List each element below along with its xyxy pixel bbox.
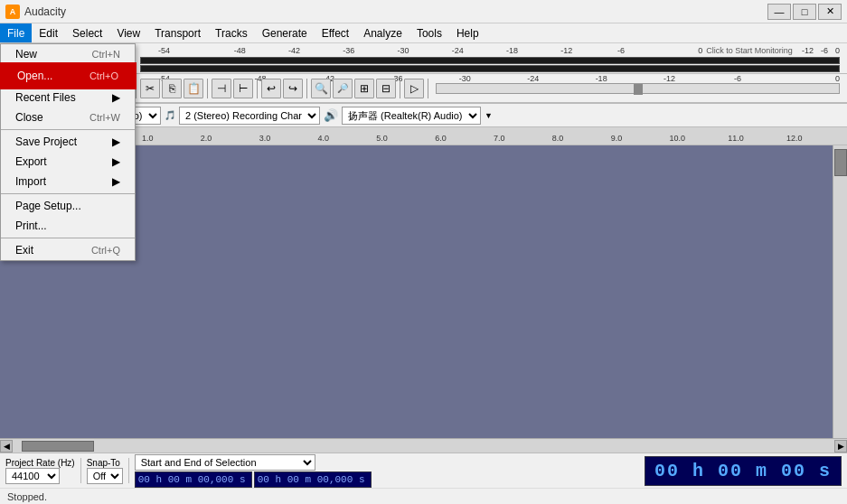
h-scroll-track [13,440,834,453]
file-dropdown: New Ctrl+N Open... Ctrl+O Recent Files ▶… [0,43,136,261]
channel-select[interactable]: 2 (Stereo) Recording Char [179,107,320,125]
menu-item-effect[interactable]: Effect [315,23,356,42]
dropdown-arrow-output: ▼ [485,111,493,120]
menu-item-select[interactable]: Select [65,23,109,42]
vertical-scrollbar[interactable] [833,145,847,438]
recording-meters[interactable] [140,57,840,72]
horizontal-scrollbar[interactable]: ◀ ▶ [0,438,847,453]
status-bar: Project Rate (Hz) 44100 Snap-To Off [0,453,847,504]
menu-item-file[interactable]: File [0,23,32,42]
meter-bar-r [140,65,840,72]
menu-close[interactable]: Close Ctrl+W [1,107,135,127]
zoom-out-button[interactable]: 🔎 [333,79,353,98]
play-at-speed-button[interactable]: ▷ [404,79,424,98]
snap-to-group: Snap-To Off [87,458,123,484]
separator-tools [136,79,136,98]
app-icon: A [5,5,20,19]
menu-item-tracks[interactable]: Tracks [208,23,255,42]
selection-type-select[interactable]: Start and End of Selection [135,454,315,471]
separator-playback-zoom [400,79,400,98]
h-scroll-right[interactable]: ▶ [834,440,847,453]
h-scroll-thumb [22,441,94,452]
project-rate-label: Project Rate (Hz) [5,458,75,468]
zoom-in-button[interactable]: 🔍 [311,79,331,98]
separator-1 [1,129,135,130]
menu-item-view[interactable]: View [109,23,147,42]
channel-icon: 🎵 [165,110,175,120]
menu-save-project[interactable]: Save Project ▶ [1,132,135,152]
undo-button[interactable]: ↩ [261,79,281,98]
snap-to-label: Snap-To [87,458,120,468]
separator-zoom [257,79,258,98]
app-title: Audacity [24,5,66,18]
meter-area: -54 -48 -42 -36 -30 -24 -18 -12 -6 0 Cli… [136,46,843,83]
stopped-status: Stopped. [0,488,847,504]
project-rate-select[interactable]: 44100 [5,468,60,484]
menu-item-transport[interactable]: Transport [147,23,208,42]
ruler-marks: 1.0 2.0 3.0 4.0 5.0 6.0 7.0 8.0 9.0 10.0… [142,134,845,143]
menu-item-tools[interactable]: Tools [409,23,449,42]
minimize-button[interactable]: — [767,4,791,20]
menu-recent-files[interactable]: Recent Files ▶ [1,88,135,107]
meter-bar-l [140,57,840,64]
status-sep-1 [80,458,81,483]
app-window: A Audacity — □ ✕ File Edit Select View T… [0,0,847,504]
separator-undo [306,79,307,98]
menu-new[interactable]: New Ctrl+N [1,44,135,64]
title-left: A Audacity [5,5,66,19]
project-rate-group: Project Rate (Hz) 44100 [5,458,75,484]
speaker-icon: 🔊 [324,108,338,122]
selection-start-time[interactable]: 00 h 00 m 00,000 s [135,471,252,488]
redo-button[interactable]: ↪ [283,79,303,98]
menu-bar: File Edit Select View Transport Tracks G… [0,23,847,43]
zoom-fit-track-button[interactable]: ⊟ [376,79,396,98]
menu-page-setup[interactable]: Page Setup... [1,196,135,216]
selection-times: 00 h 00 m 00,000 s 00 h 00 m 00,000 s [135,471,639,488]
separator-2 [1,193,135,194]
menu-item-analyze[interactable]: Analyze [356,23,409,42]
paste-button[interactable]: 📋 [184,79,203,98]
menu-item-edit[interactable]: Edit [32,23,65,42]
big-time-display: 00 h 00 m 00 s [645,456,842,486]
selection-group: Start and End of Selection 00 h 00 m 00,… [135,454,639,488]
copy-button[interactable]: ⎘ [162,79,182,98]
separator-3 [1,238,135,238]
zoom-fit-project-button[interactable]: ⊞ [354,79,374,98]
window-controls: — □ ✕ [767,4,842,20]
speed-slider-thumb [634,84,643,95]
menu-open[interactable]: Open... Ctrl+O [1,64,135,88]
menu-import[interactable]: Import ▶ [1,172,135,191]
menu-print[interactable]: Print... [1,216,135,236]
cut-button[interactable]: ✂ [140,79,160,98]
maximize-button[interactable]: □ [793,4,816,20]
separator-speed [428,79,428,98]
menu-item-help[interactable]: Help [449,23,486,42]
title-bar: A Audacity — □ ✕ [0,0,847,23]
v-scroll-thumb [834,149,847,176]
menu-item-generate[interactable]: Generate [255,23,315,42]
status-row: Project Rate (Hz) 44100 Snap-To Off [0,453,847,488]
menu-exit[interactable]: Exit Ctrl+Q [1,240,135,260]
menu-export[interactable]: Export ▶ [1,152,135,172]
close-button[interactable]: ✕ [818,4,842,20]
snap-to-select[interactable]: Off [87,468,123,484]
trim-button[interactable]: ⊣ [212,79,231,98]
silence-button[interactable]: ⊢ [233,79,253,98]
speed-slider-area[interactable] [436,83,840,94]
status-sep-2 [128,458,129,483]
separator-edit [207,79,208,98]
meter-scale-1: -54 -48 -42 -36 -30 -24 -18 -12 -6 0 Cli… [140,46,840,55]
selection-end-time[interactable]: 00 h 00 m 00,000 s [254,471,372,488]
h-scroll-left[interactable]: ◀ [0,440,13,453]
output-device-select[interactable]: 扬声器 (Realtek(R) Audio) [342,107,481,125]
